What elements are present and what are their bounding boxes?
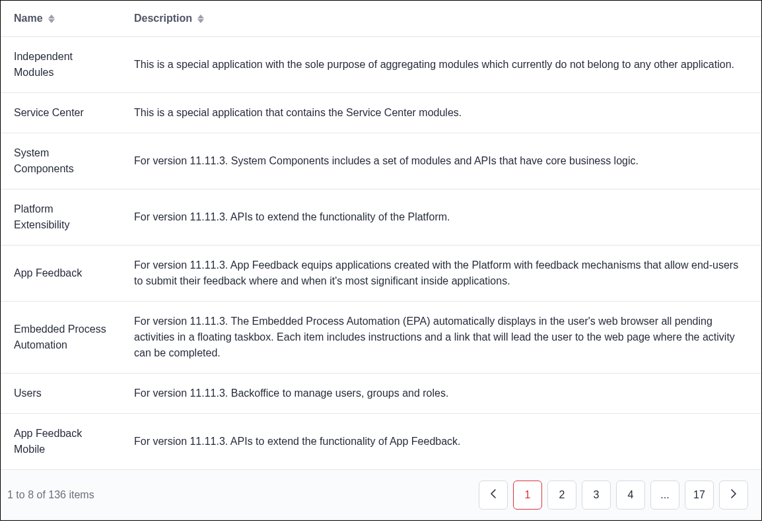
table-row[interactable]: App Feedback For version 11.11.3. App Fe… — [1, 246, 761, 302]
pagination-ellipsis: ... — [650, 481, 679, 510]
cell-name: App Feedback Mobile — [1, 414, 121, 470]
pagination-page-button[interactable]: 1 — [513, 481, 542, 510]
column-header-name-label: Name — [14, 13, 43, 24]
table-row[interactable]: Service Center This is a special applica… — [1, 93, 761, 133]
chevron-right-icon — [731, 489, 736, 501]
cell-description: For version 11.11.3. The Embedded Proces… — [121, 302, 761, 374]
cell-name: App Feedback — [1, 246, 121, 302]
data-table-panel: Name Description — [0, 0, 762, 521]
chevron-left-icon — [491, 489, 496, 501]
cell-name: Service Center — [1, 93, 121, 133]
cell-name: Independent Modules — [1, 37, 121, 93]
cell-description: For version 11.11.3. APIs to extend the … — [121, 414, 761, 470]
cell-name: Embedded Process Automation — [1, 302, 121, 374]
table-footer: 1 to 8 of 136 items 1 2 3 4 ... 17 — [1, 469, 761, 520]
cell-description: For version 11.11.3. Backoffice to manag… — [121, 374, 761, 414]
cell-description: For version 11.11.3. System Components i… — [121, 133, 761, 189]
table-row[interactable]: App Feedback Mobile For version 11.11.3.… — [1, 414, 761, 470]
column-header-description-label: Description — [134, 13, 192, 24]
table-row[interactable]: System Components For version 11.11.3. S… — [1, 133, 761, 189]
sort-icon — [48, 15, 55, 23]
pagination-info: 1 to 8 of 136 items — [7, 489, 94, 501]
cell-description: This is a special application that conta… — [121, 93, 761, 133]
pagination-page-button[interactable]: 4 — [616, 481, 645, 510]
pagination-next-button[interactable] — [719, 481, 748, 510]
column-header-description[interactable]: Description — [121, 1, 761, 37]
table-row[interactable]: Users For version 11.11.3. Backoffice to… — [1, 374, 761, 414]
pagination-page-button[interactable]: 3 — [582, 481, 611, 510]
cell-description: For version 11.11.3. App Feedback equips… — [121, 246, 761, 302]
pagination-prev-button[interactable] — [479, 481, 508, 510]
applications-table: Name Description — [1, 1, 761, 469]
pagination: 1 2 3 4 ... 17 — [479, 481, 748, 510]
table-row[interactable]: Platform Extensibility For version 11.11… — [1, 189, 761, 246]
pagination-page-button[interactable]: 17 — [685, 481, 714, 510]
cell-name: Platform Extensibility — [1, 189, 121, 246]
sort-icon — [197, 15, 204, 23]
table-body: Independent Modules This is a special ap… — [1, 37, 761, 470]
cell-name: Users — [1, 374, 121, 414]
table-row[interactable]: Independent Modules This is a special ap… — [1, 37, 761, 93]
table-row[interactable]: Embedded Process Automation For version … — [1, 302, 761, 374]
cell-description: For version 11.11.3. APIs to extend the … — [121, 189, 761, 246]
column-header-name[interactable]: Name — [1, 1, 121, 37]
pagination-page-button[interactable]: 2 — [547, 481, 576, 510]
cell-name: System Components — [1, 133, 121, 189]
cell-description: This is a special application with the s… — [121, 37, 761, 93]
